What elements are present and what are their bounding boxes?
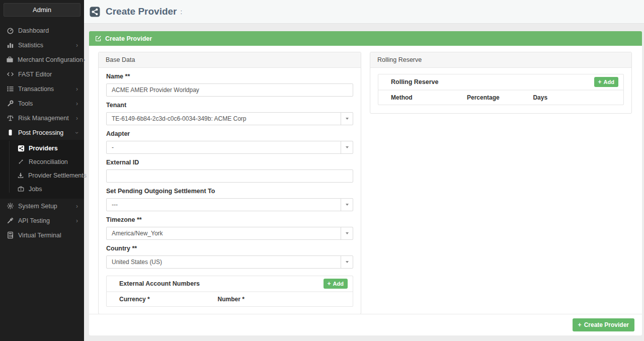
- sidebar-item-label: Transactions: [18, 86, 54, 93]
- sidebar-item-risk-management[interactable]: Risk Management ›: [0, 111, 84, 125]
- adapter-label: Adapter: [106, 130, 353, 138]
- add-button-label: Add: [333, 281, 344, 287]
- external-id-field[interactable]: [106, 169, 353, 183]
- external-account-numbers-columns: Currency * Number *: [107, 292, 353, 306]
- content-body: Base Data Name ** Tenant TE-6149-6b84-2c…: [89, 46, 642, 314]
- chevron-right-icon: ›: [76, 115, 78, 121]
- name-field[interactable]: [106, 83, 353, 97]
- dashboard-icon: [6, 27, 14, 34]
- merchant-configuration-icon: [6, 56, 14, 63]
- sidebar-item-label: Provider Settlements: [28, 172, 87, 179]
- sidebar-item-label: Jobs: [29, 186, 42, 193]
- sidebar-item-label: Tools: [18, 100, 33, 107]
- sidebar-item-reconciliation[interactable]: Reconciliation: [0, 155, 84, 168]
- rolling-reserve-panel-body: Rolling Reserve + Add Method Percentage …: [370, 68, 631, 113]
- caret-down-icon: [341, 256, 353, 268]
- main-area: Create Provider : Create Provider Base D…: [84, 0, 644, 341]
- chevron-right-icon: ›: [76, 42, 78, 48]
- country-label: Country **: [106, 245, 353, 252]
- sidebar-item-label: Reconciliation: [29, 158, 68, 165]
- adapter-select-value: -: [107, 141, 341, 153]
- provider-settlements-icon: [17, 172, 24, 179]
- chevron-down-icon: ›: [74, 132, 80, 134]
- chevron-right-icon: ›: [76, 86, 78, 92]
- rolling-reserve-table-header: Rolling Reserve + Add: [378, 74, 623, 91]
- plus-icon: +: [578, 322, 582, 328]
- providers-icon: [17, 145, 25, 152]
- create-provider-button[interactable]: + Create Provider: [573, 318, 634, 331]
- api-testing-icon: [6, 217, 14, 224]
- sidebar-item-jobs[interactable]: Jobs: [0, 182, 84, 196]
- chevron-right-icon: ›: [76, 101, 78, 107]
- reconciliation-icon: [17, 158, 25, 165]
- rolling-reserve-columns: Method Percentage Days: [378, 91, 623, 105]
- sidebar-item-label: Merchant Configuration: [18, 56, 83, 63]
- sidebar-item-statistics[interactable]: Statistics ›: [0, 38, 84, 52]
- plus-icon: +: [328, 281, 331, 287]
- post-processing-submenu: Providers Reconciliation Provider Settle…: [0, 140, 84, 199]
- sidebar-item-providers[interactable]: Providers: [0, 141, 84, 155]
- page-title-suffix: :: [181, 8, 183, 16]
- adapter-select[interactable]: -: [106, 141, 353, 154]
- tenant-label: Tenant: [106, 102, 353, 109]
- sidebar-item-label: FAST Editor: [18, 71, 52, 78]
- sidebar-item-virtual-terminal[interactable]: Virtual Terminal: [0, 228, 84, 242]
- add-button-label: Add: [604, 79, 614, 85]
- sidebar-brand[interactable]: Admin: [4, 3, 80, 17]
- post-processing-icon: [6, 129, 14, 136]
- country-select-value: United States (US): [107, 256, 341, 268]
- sidebar-item-provider-settlements[interactable]: Provider Settlements: [0, 168, 84, 182]
- content-box: Create Provider Base Data Name ** Tenant…: [89, 31, 642, 341]
- sidebar-item-post-processing[interactable]: Post Processing ›: [0, 125, 84, 140]
- rolling-reserve-panel-title: Rolling Reserve: [370, 52, 631, 68]
- virtual-terminal-icon: [6, 231, 14, 239]
- plus-icon: +: [598, 79, 602, 85]
- sidebar-item-transactions[interactable]: Transactions ›: [0, 81, 84, 96]
- timezone-select-value: America/New_York: [107, 227, 341, 239]
- caret-down-icon: [341, 199, 353, 211]
- caret-down-icon: [341, 227, 353, 239]
- caret-down-icon: [341, 113, 353, 125]
- column-header-method: Method: [378, 94, 454, 101]
- caret-down-icon: [341, 141, 353, 153]
- sidebar-item-api-testing[interactable]: API Testing ›: [0, 213, 84, 228]
- sidebar-item-label: Risk Management: [18, 115, 69, 122]
- system-setup-icon: [6, 202, 14, 210]
- statistics-icon: [6, 41, 14, 49]
- external-account-numbers-header: External Account Numbers + Add: [107, 276, 353, 292]
- sidebar-item-merchant-configuration[interactable]: Merchant Configuration ›: [0, 52, 84, 67]
- sidebar-item-label: Providers: [29, 145, 58, 152]
- column-header-currency: Currency *: [107, 296, 205, 303]
- create-provider-banner: Create Provider: [89, 31, 642, 46]
- create-provider-button-label: Create Provider: [584, 321, 629, 328]
- column-header-percentage: Percentage: [454, 94, 520, 101]
- tools-icon: [6, 100, 14, 107]
- add-rolling-reserve-button[interactable]: + Add: [594, 77, 618, 87]
- add-external-account-button[interactable]: + Add: [324, 279, 348, 289]
- sidebar-item-system-setup[interactable]: System Setup ›: [0, 199, 84, 213]
- tenant-select-value: TE-6149-6b84-2c3d-c0c6-0034-349b: ACME C…: [107, 113, 341, 125]
- sidebar-item-tools[interactable]: Tools ›: [0, 96, 84, 111]
- edit-icon: [95, 35, 102, 42]
- pending-settlement-select[interactable]: ---: [106, 198, 353, 211]
- chevron-right-icon: ›: [76, 203, 78, 209]
- fast-editor-icon: [6, 70, 14, 78]
- rolling-reserve-panel: Rolling Reserve Rolling Reserve + Add Me…: [370, 52, 632, 114]
- column-header-number: Number *: [205, 296, 353, 303]
- sidebar-item-fast-editor[interactable]: FAST Editor: [0, 67, 84, 81]
- rolling-reserve-table: Rolling Reserve + Add Method Percentage …: [378, 74, 624, 105]
- sidebar-item-label: Post Processing: [18, 129, 63, 136]
- sidebar-nav: Dashboard Statistics › Merchant Configur…: [0, 23, 84, 242]
- sidebar-item-dashboard[interactable]: Dashboard: [0, 23, 84, 38]
- external-id-label: External ID: [106, 159, 353, 166]
- page-header: Create Provider :: [84, 0, 644, 24]
- base-data-panel-title: Base Data: [99, 52, 361, 68]
- column-header-days: Days: [520, 94, 623, 101]
- country-select[interactable]: United States (US): [106, 255, 353, 269]
- timezone-label: Timezone **: [106, 216, 353, 224]
- pending-settlement-select-value: ---: [107, 199, 341, 211]
- base-data-panel: Base Data Name ** Tenant TE-6149-6b84-2c…: [98, 52, 361, 314]
- banner-label: Create Provider: [105, 35, 152, 42]
- tenant-select[interactable]: TE-6149-6b84-2c3d-c0c6-0034-349b: ACME C…: [106, 112, 353, 125]
- timezone-select[interactable]: America/New_York: [106, 227, 353, 240]
